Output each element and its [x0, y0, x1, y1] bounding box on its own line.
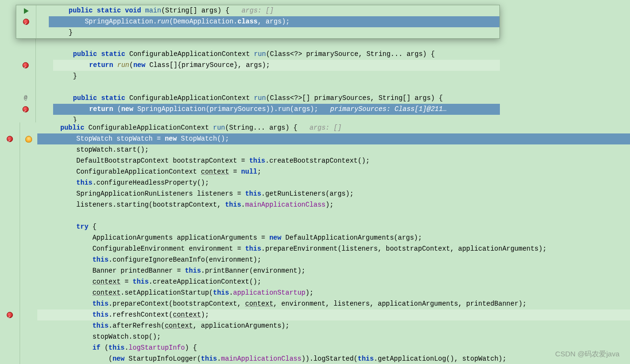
code-line[interactable]: SpringApplicationRunListeners listeners … [37, 188, 630, 199]
code-line[interactable]: this.configureHeadlessProperty(); [37, 177, 630, 188]
code-line[interactable]: public static ConfigurableApplicationCon… [53, 49, 500, 60]
code-line[interactable]: public static ConfigurableApplicationCon… [53, 93, 500, 104]
breakpoint-icon[interactable] [7, 136, 13, 142]
code-line[interactable]: listeners.starting(bootstrapContext, thi… [37, 199, 630, 210]
code-line[interactable]: ConfigurableApplicationContext context =… [37, 166, 630, 177]
code-line[interactable]: } [49, 27, 499, 38]
code-line[interactable]: if (this.logStartupInfo) { [37, 342, 630, 353]
code-line[interactable]: ApplicationArguments applicationArgument… [37, 232, 630, 243]
bulb-icon[interactable] [25, 136, 32, 143]
code-line[interactable]: return run(new Class[]{primarySource}, a… [53, 60, 500, 71]
code-line[interactable]: ConfigurableEnvironment environment = th… [37, 243, 630, 254]
popup-code[interactable]: public static void main(String[] args) {… [49, 5, 499, 38]
breakpoint-icon[interactable] [23, 19, 29, 25]
main-gutter [0, 122, 20, 364]
code-line[interactable]: context.setApplicationStartup(this.appli… [37, 287, 630, 298]
main-code[interactable]: public ConfigurableApplicationContext ru… [37, 122, 630, 364]
code-line[interactable]: this.configureIgnoreBeanInfo(environment… [37, 254, 630, 265]
code-line[interactable]: this.prepareContext(bootstrapContext, co… [37, 298, 630, 309]
code-line[interactable]: this.refreshContext(context); [37, 309, 630, 320]
code-line[interactable]: public ConfigurableApplicationContext ru… [37, 122, 630, 133]
popup-fold-gutter [36, 5, 49, 38]
main-editor: public ConfigurableApplicationContext ru… [0, 122, 630, 364]
call-stack-popup: public static void main(String[] args) {… [16, 5, 500, 39]
code-line[interactable]: stopWatch.start(); [37, 144, 630, 155]
code-line[interactable]: context = this.createApplicationContext(… [37, 276, 630, 287]
run-icon[interactable] [24, 8, 29, 14]
code-line[interactable]: } [53, 71, 500, 82]
code-line[interactable]: return (new SpringApplication(primarySou… [53, 104, 500, 115]
main-fold-gutter [20, 122, 37, 364]
code-line[interactable]: this.afterRefresh(context, applicationAr… [37, 320, 630, 331]
code-line[interactable]: (new StartupInfoLogger(this.mainApplicat… [37, 353, 630, 364]
override-icon[interactable]: @ [24, 93, 27, 104]
code-line[interactable]: SpringApplication.run(DemoApplication.cl… [49, 16, 499, 27]
code-line[interactable]: Banner printedBanner = this.printBanner(… [37, 265, 630, 276]
code-line[interactable]: DefaultBootstrapContext bootstrapContext… [37, 155, 630, 166]
code-line[interactable]: try { [37, 221, 630, 232]
popup-gutter [16, 5, 36, 38]
code-line[interactable] [53, 38, 500, 49]
breakpoint-icon[interactable] [22, 62, 29, 68]
code-line[interactable]: stopWatch.stop(); [37, 331, 630, 342]
code-line[interactable]: StopWatch stopWatch = new StopWatch(); [37, 133, 630, 144]
code-line[interactable] [37, 210, 630, 221]
breakpoint-icon[interactable] [7, 312, 13, 318]
code-line[interactable] [53, 82, 500, 93]
code-line[interactable]: public static void main(String[] args) {… [49, 5, 499, 16]
breakpoint-icon[interactable] [22, 106, 29, 112]
